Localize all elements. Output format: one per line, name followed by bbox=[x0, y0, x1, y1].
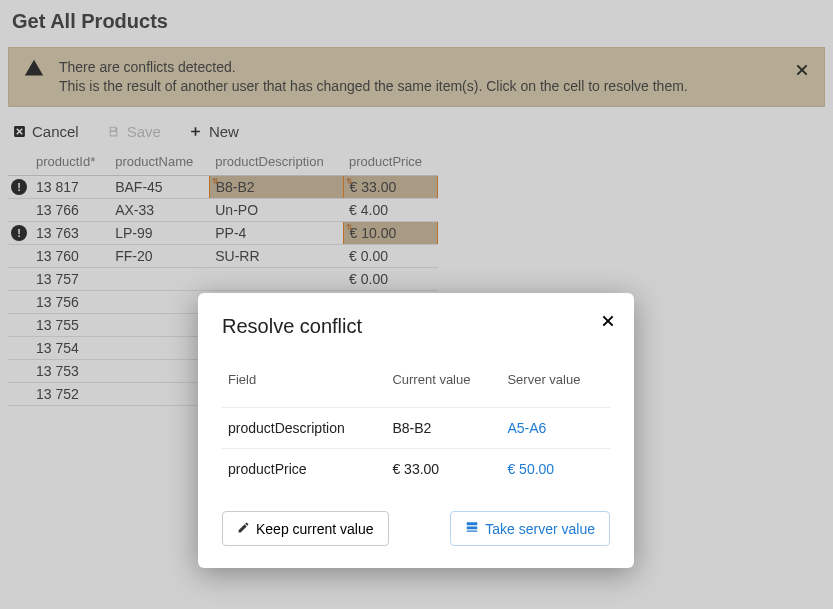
conflict-current: B8-B2 bbox=[386, 408, 501, 449]
table-row[interactable]: !13 763LP-99PP-4⇅€ 10.00 bbox=[8, 221, 438, 244]
cell-id[interactable]: 13 755 bbox=[30, 313, 109, 336]
conflict-field: productPrice bbox=[222, 449, 386, 490]
toolbar: Cancel Save New bbox=[8, 107, 825, 150]
plus-icon bbox=[189, 125, 203, 138]
cancel-label: Cancel bbox=[32, 123, 79, 140]
conflict-cell-marker: ⇅ bbox=[346, 177, 353, 186]
warning-icon bbox=[23, 58, 45, 78]
cell-desc[interactable]: ⇅B8-B2 bbox=[209, 175, 343, 198]
take-server-value-button[interactable]: Take server value bbox=[450, 511, 610, 546]
table-row[interactable]: 13 760FF-20SU-RR€ 0.00 bbox=[8, 244, 438, 267]
conflict-field: productDescription bbox=[222, 408, 386, 449]
row-flag-cell bbox=[8, 382, 30, 405]
cancel-button[interactable]: Cancel bbox=[12, 123, 79, 140]
conflict-alert: There are conflicts detected. This is th… bbox=[8, 47, 825, 107]
row-flag-cell bbox=[8, 313, 30, 336]
alert-line1: There are conflicts detected. bbox=[59, 58, 688, 77]
save-label: Save bbox=[127, 123, 161, 140]
cell-desc[interactable]: Un-PO bbox=[209, 198, 343, 221]
dlg-col-server: Server value bbox=[501, 364, 610, 408]
conflict-cell-marker: ⇅ bbox=[212, 177, 219, 186]
cell-price[interactable]: ⇅€ 10.00 bbox=[343, 221, 437, 244]
cancel-icon bbox=[12, 125, 26, 138]
cell-name[interactable]: AX-33 bbox=[109, 198, 209, 221]
cell-price[interactable]: € 0.00 bbox=[343, 244, 437, 267]
resolve-conflict-dialog: Resolve conflict Field Current value Ser… bbox=[198, 293, 634, 568]
table-row[interactable]: 13 757€ 0.00 bbox=[8, 267, 438, 290]
cell-id[interactable]: 13 756 bbox=[30, 290, 109, 313]
conflict-cell-marker: ⇅ bbox=[346, 223, 353, 232]
row-flag-cell bbox=[8, 244, 30, 267]
row-flag-cell bbox=[8, 198, 30, 221]
cell-name[interactable]: BAF-45 bbox=[109, 175, 209, 198]
save-icon bbox=[107, 125, 121, 138]
cell-name[interactable] bbox=[109, 382, 209, 405]
take-server-label: Take server value bbox=[485, 521, 595, 537]
conflict-server[interactable]: € 50.00 bbox=[501, 449, 610, 490]
cell-desc[interactable]: SU-RR bbox=[209, 244, 343, 267]
cell-id[interactable]: 13 760 bbox=[30, 244, 109, 267]
dlg-col-current: Current value bbox=[386, 364, 501, 408]
row-flag-cell bbox=[8, 267, 30, 290]
col-productId[interactable]: productId* bbox=[30, 150, 109, 176]
cell-text: € 10.00 bbox=[350, 225, 397, 241]
row-flag-cell: ! bbox=[8, 175, 30, 198]
dialog-close-button[interactable] bbox=[600, 311, 616, 334]
conflict-row: productDescriptionB8-B2A5-A6 bbox=[222, 408, 610, 449]
conflict-current: € 33.00 bbox=[386, 449, 501, 490]
cell-name[interactable] bbox=[109, 290, 209, 313]
conflict-row-icon: ! bbox=[11, 225, 27, 241]
alert-close-button[interactable] bbox=[794, 60, 810, 83]
new-button[interactable]: New bbox=[189, 123, 239, 140]
conflict-table: Field Current value Server value product… bbox=[222, 364, 610, 489]
cell-text: € 33.00 bbox=[350, 179, 397, 195]
cell-name[interactable] bbox=[109, 267, 209, 290]
dialog-title: Resolve conflict bbox=[222, 315, 610, 338]
cell-desc[interactable]: PP-4 bbox=[209, 221, 343, 244]
cell-id[interactable]: 13 754 bbox=[30, 336, 109, 359]
cell-id[interactable]: 13 753 bbox=[30, 359, 109, 382]
alert-line2: This is the result of another user that … bbox=[59, 77, 688, 96]
cell-price[interactable]: € 0.00 bbox=[343, 267, 437, 290]
table-row[interactable]: !13 817BAF-45⇅B8-B2⇅€ 33.00 bbox=[8, 175, 438, 198]
col-productName[interactable]: productName bbox=[109, 150, 209, 176]
col-productDescription[interactable]: productDescription bbox=[209, 150, 343, 176]
row-flag-cell bbox=[8, 290, 30, 313]
table-row[interactable]: 13 766AX-33Un-PO€ 4.00 bbox=[8, 198, 438, 221]
conflict-row-icon: ! bbox=[11, 179, 27, 195]
keep-current-label: Keep current value bbox=[256, 521, 374, 537]
cell-id[interactable]: 13 752 bbox=[30, 382, 109, 405]
cell-price[interactable]: ⇅€ 33.00 bbox=[343, 175, 437, 198]
cell-id[interactable]: 13 817 bbox=[30, 175, 109, 198]
dlg-col-field: Field bbox=[222, 364, 386, 408]
row-flag-cell bbox=[8, 336, 30, 359]
cell-price[interactable]: € 4.00 bbox=[343, 198, 437, 221]
cell-name[interactable] bbox=[109, 336, 209, 359]
keep-current-value-button[interactable]: Keep current value bbox=[222, 511, 389, 546]
conflict-server[interactable]: A5-A6 bbox=[501, 408, 610, 449]
cell-id[interactable]: 13 766 bbox=[30, 198, 109, 221]
page-title: Get All Products bbox=[12, 10, 825, 33]
cell-name[interactable] bbox=[109, 359, 209, 382]
cell-name[interactable]: FF-20 bbox=[109, 244, 209, 267]
cell-id[interactable]: 13 763 bbox=[30, 221, 109, 244]
cell-id[interactable]: 13 757 bbox=[30, 267, 109, 290]
cell-name[interactable]: LP-99 bbox=[109, 221, 209, 244]
pencil-icon bbox=[237, 521, 250, 537]
conflict-row: productPrice€ 33.00€ 50.00 bbox=[222, 449, 610, 490]
col-productPrice[interactable]: productPrice bbox=[343, 150, 437, 176]
row-flag-cell bbox=[8, 359, 30, 382]
save-button: Save bbox=[107, 123, 161, 140]
server-icon bbox=[465, 520, 479, 537]
new-label: New bbox=[209, 123, 239, 140]
cell-desc[interactable] bbox=[209, 267, 343, 290]
cell-text: B8-B2 bbox=[216, 179, 255, 195]
cell-name[interactable] bbox=[109, 313, 209, 336]
row-flag-cell: ! bbox=[8, 221, 30, 244]
